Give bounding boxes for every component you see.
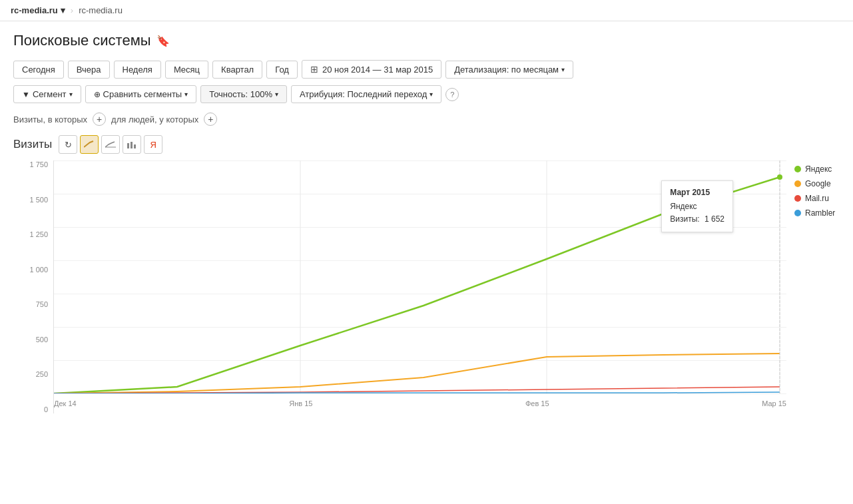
x-label-feb15: Фев 15 — [525, 399, 549, 407]
y-label-1250: 1 250 — [29, 230, 48, 238]
week-button[interactable]: Неделя — [114, 61, 161, 79]
page-title: Поисковые системы — [13, 32, 151, 49]
yesterday-button[interactable]: Вчера — [68, 61, 110, 79]
legend-dot-mailru — [794, 195, 801, 202]
compare-chevron-icon: ▾ — [184, 91, 188, 98]
bookmark-icon[interactable]: 🔖 — [156, 35, 170, 47]
add-visits-filter-button[interactable]: + — [93, 113, 106, 126]
y-label-750: 750 — [36, 300, 48, 308]
filter-visits-label: Визиты, в которых — [13, 115, 87, 125]
compare-icon: ⊕ — [94, 90, 101, 99]
y-label-1500: 1 500 — [29, 196, 48, 204]
bar-chart-icon[interactable] — [123, 135, 141, 154]
chart-section: Визиты ↻ Я 1 750 1 500 1 250 — [13, 135, 840, 413]
attribution-chevron-icon: ▾ — [429, 91, 433, 98]
filter-icon: ▼ — [22, 90, 30, 99]
date-range-label: 20 ноя 2014 — 31 мар 2015 — [322, 65, 433, 75]
quarter-button[interactable]: Квартал — [212, 61, 262, 79]
site-chevron-icon: ▾ — [61, 5, 65, 15]
site-name: rc-media.ru — [11, 5, 58, 15]
nav-link[interactable]: rc-media.ru — [79, 5, 123, 15]
nav-separator: › — [71, 5, 73, 15]
help-icon[interactable]: ? — [445, 88, 459, 101]
x-label-mar15: Мар 15 — [762, 399, 786, 407]
chart-y-axis: 1 750 1 500 1 250 1 000 750 500 250 0 — [13, 160, 53, 413]
segment-chevron-icon: ▾ — [69, 91, 73, 98]
line-chart-icon[interactable] — [80, 135, 99, 154]
legend-item-google: Google — [794, 179, 840, 188]
compare-segments-dropdown[interactable]: ⊕ Сравнить сегменты ▾ — [85, 85, 197, 103]
legend-item-mailru: Mail.ru — [794, 194, 840, 203]
x-label-jan15: Янв 15 — [289, 399, 312, 407]
legend-item-rambler: Rambler — [794, 208, 840, 218]
y-label-250: 250 — [36, 370, 48, 378]
page-title-row: Поисковые системы 🔖 — [13, 32, 840, 49]
y-label-1000: 1 000 — [29, 266, 48, 274]
toolbar-row-1: Сегодня Вчера Неделя Месяц Квартал Год ⊞… — [13, 60, 840, 79]
legend-item-yandex: Яндекс — [794, 164, 840, 174]
add-people-filter-button[interactable]: + — [204, 113, 217, 126]
chart-plot-area: Дек 14 Янв 15 Фев 15 Мар 15 Март 2015 Ян… — [53, 160, 786, 413]
attribution-dropdown[interactable]: Атрибуция: Последний переход ▾ — [291, 85, 441, 103]
page-content: Поисковые системы 🔖 Сегодня Вчера Неделя… — [0, 21, 853, 424]
filter-row: Визиты, в которых + для людей, у которых… — [13, 113, 840, 126]
detail-label: Детализация: по месяцам — [454, 65, 559, 75]
toolbar-row-2: ▼ Сегмент ▾ ⊕ Сравнить сегменты ▾ Точнос… — [13, 85, 840, 103]
segment-dropdown[interactable]: ▼ Сегмент ▾ — [13, 85, 81, 103]
svg-point-8 — [777, 174, 782, 180]
attribution-label: Атрибуция: Последний переход — [300, 89, 427, 99]
chart-wrapper: 1 750 1 500 1 250 1 000 750 500 250 0 — [13, 160, 840, 413]
chart-x-axis: Дек 14 Янв 15 Фев 15 Мар 15 — [54, 393, 786, 413]
svg-rect-2 — [131, 142, 133, 148]
legend-label-mailru: Mail.ru — [805, 194, 829, 203]
month-button[interactable]: Месяц — [165, 61, 208, 79]
chart-view-icons: ↻ Я — [59, 135, 162, 154]
compare-label: Сравнить сегменты — [103, 89, 182, 99]
legend-dot-google — [794, 180, 801, 187]
svg-rect-3 — [134, 144, 136, 148]
chart-header: Визиты ↻ Я — [13, 135, 840, 154]
chart-svg — [54, 160, 786, 393]
filter-people-label: для людей, у которых — [111, 115, 198, 125]
accuracy-label: Точность: 100% — [209, 89, 272, 99]
y-label-500: 500 — [36, 336, 48, 344]
accuracy-dropdown[interactable]: Точность: 100% ▾ — [200, 85, 287, 103]
chart-legend: Яндекс Google Mail.ru Rambler — [786, 160, 840, 413]
x-label-dec14: Дек 14 — [54, 399, 77, 407]
legend-label-rambler: Rambler — [805, 208, 835, 218]
year-button[interactable]: Год — [266, 61, 298, 79]
legend-label-google: Google — [805, 179, 831, 188]
today-button[interactable]: Сегодня — [13, 61, 64, 79]
site-selector[interactable]: rc-media.ru ▾ — [11, 5, 65, 15]
y-label-0: 0 — [44, 405, 48, 413]
yandex-metrika-icon[interactable]: Я — [144, 135, 162, 154]
date-range-picker[interactable]: ⊞ 20 ноя 2014 — 31 мар 2015 — [302, 60, 441, 79]
detail-selector[interactable]: Детализация: по месяцам ▾ — [445, 61, 573, 79]
legend-dot-rambler — [794, 210, 801, 216]
y-label-1750: 1 750 — [29, 160, 48, 168]
refresh-icon[interactable]: ↻ — [59, 135, 77, 154]
svg-rect-1 — [127, 143, 129, 148]
detail-chevron-icon: ▾ — [561, 66, 565, 73]
area-chart-icon[interactable] — [101, 135, 120, 154]
chart-title: Визиты — [13, 138, 52, 151]
legend-dot-yandex — [794, 166, 801, 172]
accuracy-chevron-icon: ▾ — [275, 91, 278, 98]
top-nav: rc-media.ru ▾ › rc-media.ru — [0, 0, 853, 21]
legend-label-yandex: Яндекс — [805, 164, 832, 174]
segment-label: Сегмент — [33, 89, 67, 99]
calendar-icon: ⊞ — [310, 64, 318, 75]
